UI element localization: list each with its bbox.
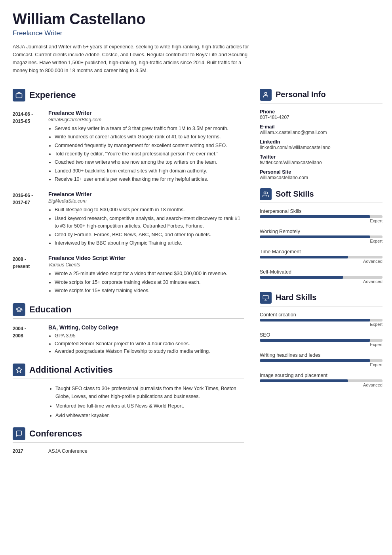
resume-page: William Castellano Freelance Writer ASJA… bbox=[0, 0, 392, 555]
svg-point-2 bbox=[265, 92, 266, 94]
soft-skills-icon bbox=[260, 188, 272, 200]
skill-item: Time Management Advanced bbox=[260, 249, 382, 264]
svg-rect-0 bbox=[16, 94, 22, 98]
exp-company: Various Clients bbox=[48, 262, 244, 268]
exp-bullet: Told recently by editor, "You're the mos… bbox=[55, 150, 244, 158]
candidate-title: Freelance Writer bbox=[13, 29, 379, 37]
skill-level: Expert bbox=[260, 362, 382, 367]
header: William Castellano Freelance Writer ASJA… bbox=[0, 0, 392, 81]
skill-bar-fill bbox=[260, 339, 370, 342]
conf-date: 2017 bbox=[13, 448, 48, 454]
personal-info-value: william.x.castellano@gmail.com bbox=[260, 130, 382, 135]
exp-content: Freelance Writer GreatBigCareerBlog.com … bbox=[48, 110, 244, 184]
skill-bar-bg bbox=[260, 256, 382, 258]
exp-bullets: Served as key writer in a team of 3 that… bbox=[48, 125, 244, 184]
skill-bar-bg bbox=[260, 379, 382, 382]
education-icon bbox=[13, 303, 25, 316]
personal-info-item: Personal Site williamxcastellano.com bbox=[260, 169, 382, 180]
exp-content: Freelance Video Script Writer Various Cl… bbox=[48, 255, 244, 295]
activity-item: Taught SEO class to 30+ professional jou… bbox=[55, 385, 244, 400]
experience-section-header: Experience bbox=[13, 89, 244, 104]
experience-icon bbox=[13, 89, 25, 101]
hard-skills-header: Hard Skills bbox=[260, 292, 382, 306]
exp-bullet: Wrote scripts for 15+ safety training vi… bbox=[55, 287, 244, 295]
exp-job-title: Freelance Video Script Writer bbox=[48, 255, 244, 261]
skill-name: Image sourcing and placement bbox=[260, 373, 382, 378]
skill-item: Self-Motivated Advanced bbox=[260, 269, 382, 284]
personal-info-item: LinkedIn linkedin.com/in/williamxcastell… bbox=[260, 139, 382, 150]
exp-bullets: Built lifestyle blog to 800,000 visits p… bbox=[48, 206, 244, 247]
exp-bullet: Write hundreds of career articles with G… bbox=[55, 133, 244, 141]
activity-item: Avid whitewater kayaker. bbox=[55, 411, 244, 419]
skill-bar-fill bbox=[260, 235, 370, 238]
edu-bullet: GPA 3.95 bbox=[55, 332, 210, 340]
skill-level: Advanced bbox=[260, 383, 382, 387]
exp-date: 2014-06 -2015-05 bbox=[13, 110, 48, 184]
candidate-name: William Castellano bbox=[13, 11, 379, 28]
edu-bullets: GPA 3.95Completed Senior Scholar project… bbox=[48, 332, 210, 355]
edu-bullet: Completed Senior Scholar project to writ… bbox=[55, 340, 210, 348]
edu-bullet: Awarded postgraduate Watson Fellowship t… bbox=[55, 348, 210, 355]
exp-bullet: Served as key writer in a team of 3 that… bbox=[55, 125, 244, 132]
skill-bar-bg bbox=[260, 215, 382, 218]
skill-name: Writing headlines and ledes bbox=[260, 352, 382, 358]
hard-skills-icon bbox=[260, 292, 272, 304]
skill-bar-fill bbox=[260, 276, 343, 279]
personal-info-item: Phone 607-481-4207 bbox=[260, 109, 382, 120]
hard-skills-title: Hard Skills bbox=[276, 293, 316, 302]
personal-info-label: Phone bbox=[260, 109, 382, 115]
skill-item: SEO Expert bbox=[260, 332, 382, 347]
exp-date: 2008 -present bbox=[13, 255, 48, 295]
exp-job-title: Freelance Writer bbox=[48, 110, 244, 116]
skill-level: Expert bbox=[260, 322, 382, 327]
soft-skills-title: Soft Skills bbox=[276, 189, 314, 199]
skill-bar-fill bbox=[260, 256, 348, 258]
skill-bar-fill bbox=[260, 319, 370, 322]
left-column: Experience 2014-06 -2015-05 Freelance Wr… bbox=[0, 81, 253, 466]
conferences-section-header: Conferences bbox=[13, 427, 244, 443]
skill-name: Self-Motivated bbox=[260, 269, 382, 275]
skill-level: Advanced bbox=[260, 279, 382, 284]
exp-bullet: Wrote a 25-minute video script for a vid… bbox=[55, 270, 244, 278]
personal-info-value: twitter.com/williamxcastellano bbox=[260, 160, 382, 165]
personal-info-label: Personal Site bbox=[260, 169, 382, 175]
exp-bullet: Receive 10+ user emails per week thankin… bbox=[55, 176, 244, 183]
skill-bar-fill bbox=[260, 215, 370, 218]
skill-bar-bg bbox=[260, 339, 382, 342]
skill-item: Interpersonal Skills Expert bbox=[260, 209, 382, 223]
personal-info-title: Personal Info bbox=[276, 90, 326, 99]
experience-entry: 2014-06 -2015-05 Freelance Writer GreatB… bbox=[13, 110, 244, 184]
skill-item: Writing headlines and ledes Expert bbox=[260, 352, 382, 367]
skill-bar-bg bbox=[260, 276, 382, 279]
personal-info-value: linkedin.com/in/williamxcastellano bbox=[260, 145, 382, 150]
exp-bullet: Interviewed by the BBC about my Olympic … bbox=[55, 239, 244, 247]
soft-skills-items: Interpersonal Skills Expert Working Remo… bbox=[260, 209, 382, 284]
right-column: Personal Info Phone 607-481-4207 E-mail … bbox=[253, 81, 392, 466]
exp-bullet: Cited by Fortune, Forbes, BBC News, ABC,… bbox=[55, 231, 244, 239]
exp-job-title: Freelance Writer bbox=[48, 191, 244, 197]
personal-info-label: E-mail bbox=[260, 124, 382, 130]
conference-entry: 2017 ASJA Conference bbox=[13, 448, 244, 454]
personal-info-items: Phone 607-481-4207 E-mail william.x.cast… bbox=[260, 109, 382, 180]
edu-content: BA, Writing, Colby College GPA 3.95Compl… bbox=[48, 324, 210, 355]
personal-info-item: Twitter twitter.com/williamxcastellano bbox=[260, 154, 382, 165]
personal-info-label: LinkedIn bbox=[260, 139, 382, 145]
skill-bar-fill bbox=[260, 379, 348, 382]
skill-bar-bg bbox=[260, 359, 382, 362]
personal-info-header: Personal Info bbox=[260, 89, 382, 103]
soft-skills-header: Soft Skills bbox=[260, 188, 382, 203]
skill-name: Working Remotely bbox=[260, 229, 382, 234]
experience-entry: 2016-06 -2017-07 Freelance Writer BigMed… bbox=[13, 191, 244, 248]
svg-point-3 bbox=[264, 192, 266, 194]
activities-section-header: Additional Activities bbox=[13, 364, 244, 379]
activities-list: Taught SEO class to 30+ professional jou… bbox=[13, 385, 244, 419]
skill-name: Content creation bbox=[260, 312, 382, 318]
exp-bullet: Commended frequently by management for e… bbox=[55, 142, 244, 149]
skill-bar-fill bbox=[260, 359, 370, 362]
skill-level: Expert bbox=[260, 218, 382, 223]
exp-bullets: Wrote a 25-minute video script for a vid… bbox=[48, 270, 244, 295]
candidate-summary: ASJA Journalist and Writer with 5+ years… bbox=[13, 43, 250, 75]
education-title: Education bbox=[29, 304, 71, 315]
skill-bar-bg bbox=[260, 319, 382, 322]
edu-date: 2004 -2008 bbox=[13, 324, 48, 355]
